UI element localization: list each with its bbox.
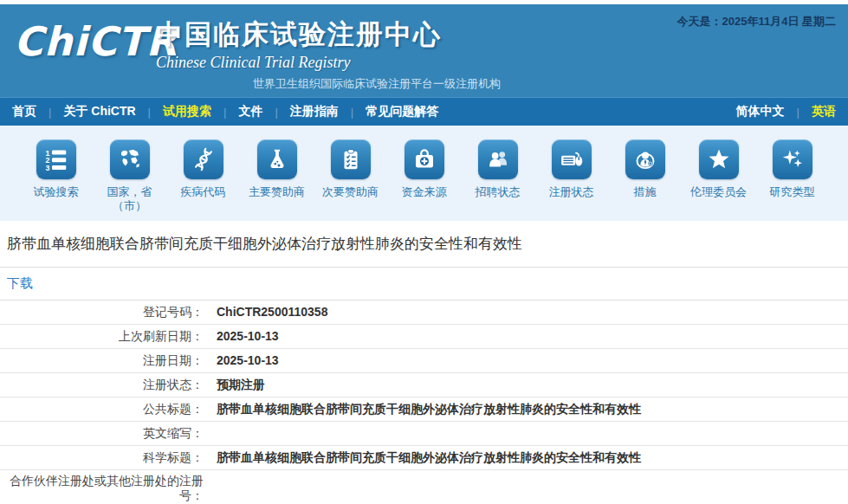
sparkles-icon <box>773 139 812 179</box>
quick-item-label: 资金来源 <box>402 185 447 199</box>
world-map-icon <box>110 139 150 179</box>
quick-item-label: 国家，省（市） <box>93 185 166 213</box>
lang-simplified-chinese[interactable]: 简体中文 <box>736 104 785 120</box>
star-icon <box>699 139 739 179</box>
field-label: 英文缩写： <box>0 423 217 444</box>
quick-item-country-province[interactable]: 国家，省（市） <box>93 139 166 221</box>
nav-separator <box>275 106 277 119</box>
medical-bag-icon <box>405 139 444 179</box>
field-label: 登记号码： <box>0 301 217 323</box>
clipboard-icon <box>331 139 371 179</box>
quick-item-label: 主要赞助商 <box>249 185 305 199</box>
nav-separator <box>797 106 799 119</box>
download-link[interactable]: 下载 <box>7 275 33 290</box>
quick-item-trial-search[interactable]: 1 2 3 试验搜索 <box>19 139 93 221</box>
doctor-icon <box>625 139 665 179</box>
field-value: 预期注册 <box>217 378 848 392</box>
trial-fields-table: 登记号码： ChiCTR2500110358 上次刷新日期： 2025-10-1… <box>0 300 848 504</box>
lang-english[interactable]: 英语 <box>812 104 836 120</box>
quick-item-registration-status[interactable]: 注册状态 <box>534 139 608 221</box>
quick-item-label: 试验搜索 <box>34 185 79 199</box>
nav-item-registration-guide[interactable]: 注册指南 <box>290 104 339 120</box>
nav-item-faq[interactable]: 常见问题解答 <box>366 104 438 120</box>
field-value: 脐带血单核细胞联合脐带间充质干细胞外泌体治疗放射性肺炎的安全性和有效性 <box>217 450 848 465</box>
quick-item-label: 研究类型 <box>770 185 815 199</box>
site-title-english: Chinese Clinical Trial Registry <box>156 54 442 72</box>
nav-item-home[interactable]: 首页 <box>12 104 36 120</box>
field-label: 注册日期： <box>0 350 217 372</box>
field-label: 科学标题： <box>0 447 217 468</box>
nav-separator <box>49 106 51 119</box>
nav-separator <box>351 106 353 119</box>
people-icon <box>478 139 518 179</box>
quick-item-label: 伦理委员会 <box>690 185 747 199</box>
trial-detail: 脐带血单核细胞联合脐带间充质干细胞外泌体治疗放射性肺炎的安全性和有效性 下载 登… <box>0 221 848 504</box>
field-row-registration-date: 注册日期： 2025-10-13 <box>0 349 848 373</box>
field-value: 2025-10-13 <box>217 329 848 344</box>
current-date: 今天是：2025年11月4日 星期二 <box>676 14 836 29</box>
quick-item-secondary-sponsor[interactable]: 次要赞助商 <box>314 139 387 221</box>
quick-item-study-type[interactable]: 研究类型 <box>755 139 829 221</box>
flask-icon <box>257 139 297 179</box>
quick-item-funding-source[interactable]: 资金来源 <box>387 139 461 221</box>
quick-item-disease-code[interactable]: 疾病代码 <box>166 139 240 221</box>
site-title-chinese: 中国临床试验注册中心 <box>156 16 442 53</box>
field-value: ChiCTR2500110358 <box>217 305 848 320</box>
site-subtitle: 世界卫生组织国际临床试验注册平台一级注册机构 <box>253 76 501 92</box>
field-label: 公共标题： <box>0 398 217 420</box>
field-label: 合作伙伴注册处或其他注册处的注册号： <box>0 470 217 504</box>
chictr-logo[interactable]: ChiCTR <box>14 18 178 65</box>
dna-icon <box>184 139 223 179</box>
field-value: 2025-10-13 <box>217 353 848 368</box>
field-row-scientific-title: 科学标题： 脐带血单核细胞联合脐带间充质干细胞外泌体治疗放射性肺炎的安全性和有效… <box>0 446 848 470</box>
trial-title: 脐带血单核细胞联合脐带间充质干细胞外泌体治疗放射性肺炎的安全性和有效性 <box>0 221 848 268</box>
field-row-public-title: 公共标题： 脐带血单核细胞联合脐带间充质干细胞外泌体治疗放射性肺炎的安全性和有效… <box>0 397 848 422</box>
quick-item-label: 注册状态 <box>549 185 594 199</box>
nav-item-trial-search[interactable]: 试用搜索 <box>163 104 211 120</box>
field-row-english-acronym: 英文缩写： <box>0 422 848 446</box>
keyboard-mouse-icon <box>552 139 592 179</box>
field-value: 脐带血单核细胞联合脐带间充质干细胞外泌体治疗放射性肺炎的安全性和有效性 <box>217 402 848 417</box>
nav-separator <box>148 106 151 119</box>
quick-item-label: 措施 <box>634 185 657 199</box>
quick-item-ethics-committee[interactable]: 伦理委员会 <box>682 139 755 221</box>
field-row-last-refreshed: 上次刷新日期： 2025-10-13 <box>0 325 848 349</box>
quick-item-measures[interactable]: 措施 <box>608 139 682 221</box>
site-header: ChiCTR 中国临床试验注册中心 Chinese Clinical Trial… <box>0 4 848 97</box>
field-row-registration-number: 登记号码： ChiCTR2500110358 <box>0 300 848 325</box>
page: ChiCTR 中国临床试验注册中心 Chinese Clinical Trial… <box>0 0 848 504</box>
nav-separator <box>223 106 226 119</box>
main-nav: 首页 关于 ChiCTR 试用搜索 文件 注册指南 常见问题解答 简体中文 英语 <box>0 97 848 126</box>
quick-item-recruiting-status[interactable]: 招聘状态 <box>461 139 534 221</box>
quick-item-label: 招聘状态 <box>476 185 521 199</box>
svg-text:3: 3 <box>45 164 49 172</box>
download-row: 下载 <box>0 268 848 300</box>
field-row-partner-registry-number: 合作伙伴注册处或其他注册处的注册号： <box>0 470 848 504</box>
field-row-registration-status: 注册状态： 预期注册 <box>0 373 848 397</box>
field-label: 上次刷新日期： <box>0 326 217 347</box>
quick-item-primary-sponsor[interactable]: 主要赞助商 <box>240 139 314 221</box>
quick-item-label: 疾病代码 <box>181 185 226 199</box>
quick-item-label: 次要赞助商 <box>322 185 379 199</box>
nav-item-documents[interactable]: 文件 <box>238 104 262 120</box>
site-titles: 中国临床试验注册中心 Chinese Clinical Trial Regist… <box>156 16 442 72</box>
numbered-list-icon: 1 2 3 <box>36 139 76 179</box>
nav-item-about[interactable]: 关于 ChiCTR <box>63 104 135 120</box>
quick-search-panel: 1 2 3 试验搜索 国家，省（市） <box>0 126 848 221</box>
field-label: 注册状态： <box>0 374 217 396</box>
